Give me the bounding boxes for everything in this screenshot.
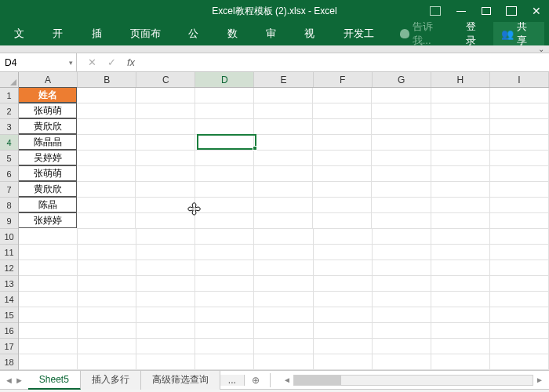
cell-E14[interactable] [254, 292, 313, 307]
cell-B15[interactable] [78, 307, 136, 323]
add-sheet-button[interactable]: ⊕ [245, 375, 267, 386]
cell-A6[interactable]: 张萌萌 [19, 165, 77, 181]
cell-C4[interactable] [136, 135, 195, 151]
cell-E16[interactable] [254, 323, 313, 339]
row-header-2[interactable]: 2 [0, 103, 18, 119]
cell-C2[interactable] [136, 103, 195, 119]
cell-C6[interactable] [136, 166, 195, 182]
cell-G14[interactable] [373, 292, 431, 307]
cell-H17[interactable] [431, 339, 490, 354]
cell-H2[interactable] [431, 103, 490, 119]
cell-B13[interactable] [78, 276, 136, 292]
col-header-G[interactable]: G [373, 72, 431, 87]
cell-B1[interactable] [77, 88, 136, 103]
cell-G18[interactable] [373, 354, 431, 370]
cell-H9[interactable] [431, 213, 490, 229]
cell-E11[interactable] [254, 245, 313, 260]
col-header-H[interactable]: H [431, 72, 490, 87]
cell-I18[interactable] [490, 354, 549, 370]
cell-E10[interactable] [254, 229, 313, 245]
col-header-I[interactable]: I [490, 72, 549, 87]
tab-view[interactable]: 视图 [295, 22, 333, 45]
row-header-9[interactable]: 9 [0, 213, 18, 229]
cell-A13[interactable] [19, 276, 78, 292]
cell-G9[interactable] [372, 213, 431, 229]
cell-I11[interactable] [490, 245, 549, 260]
cell-C5[interactable] [136, 151, 195, 166]
tab-page-layout[interactable]: 页面布局 [121, 22, 180, 45]
cell-H15[interactable] [431, 307, 490, 323]
cell-G5[interactable] [372, 151, 431, 166]
cell-B6[interactable] [77, 166, 136, 182]
cell-A15[interactable] [19, 307, 78, 323]
tab-nav-prev-icon[interactable]: ◄ [5, 376, 13, 385]
fx-icon[interactable]: fx [127, 56, 135, 68]
cell-F13[interactable] [314, 276, 373, 292]
tell-me[interactable]: 告诉我... [392, 20, 458, 48]
row-header-13[interactable]: 13 [0, 276, 18, 292]
cell-D5[interactable] [195, 151, 254, 166]
sheet-tab[interactable]: 插入多行 [81, 371, 141, 390]
cell-B8[interactable] [77, 198, 136, 213]
cell-E4[interactable] [254, 135, 313, 151]
cancel-icon[interactable]: ✕ [88, 56, 96, 68]
scroll-right-icon[interactable]: ► [533, 376, 546, 384]
cell-E18[interactable] [254, 354, 313, 370]
row-header-11[interactable]: 11 [0, 245, 18, 260]
tab-review[interactable]: 审阅 [256, 22, 295, 45]
cell-C15[interactable] [136, 307, 195, 323]
cell-H12[interactable] [431, 260, 490, 276]
cell-I16[interactable] [490, 323, 549, 339]
cell-A4[interactable]: 陈晶晶 [19, 134, 77, 150]
cell-I1[interactable] [490, 88, 549, 103]
cell-F12[interactable] [314, 260, 373, 276]
cell-B10[interactable] [78, 229, 136, 245]
cell-I3[interactable] [490, 119, 549, 135]
row-header-6[interactable]: 6 [0, 166, 18, 182]
cell-A9[interactable]: 张婷婷 [19, 212, 77, 228]
cell-D14[interactable] [195, 292, 254, 307]
cell-B12[interactable] [78, 260, 136, 276]
sheet-tab[interactable]: 高级筛选查询 [141, 371, 220, 390]
cell-G13[interactable] [373, 276, 431, 292]
cell-E9[interactable] [254, 213, 313, 229]
cell-F14[interactable] [314, 292, 373, 307]
tab-formulas[interactable]: 公式 [179, 22, 217, 45]
cell-H3[interactable] [431, 119, 490, 135]
cell-G6[interactable] [372, 166, 431, 182]
cell-B7[interactable] [77, 182, 136, 198]
cell-F5[interactable] [313, 151, 372, 166]
cell-B11[interactable] [78, 245, 136, 260]
tab-developer[interactable]: 开发工具 [334, 22, 393, 45]
cell-F4[interactable] [313, 135, 372, 151]
share-button[interactable]: 👥 共享 [493, 20, 544, 48]
tab-home[interactable]: 开始 [43, 22, 82, 45]
row-header-15[interactable]: 15 [0, 307, 18, 323]
row-header-10[interactable]: 10 [0, 229, 18, 245]
cell-D12[interactable] [195, 260, 254, 276]
cell-C8[interactable] [136, 198, 195, 213]
cell-I14[interactable] [490, 292, 549, 307]
cell-E17[interactable] [254, 339, 313, 354]
cell-D2[interactable] [195, 103, 254, 119]
row-header-17[interactable]: 17 [0, 339, 18, 354]
cell-H18[interactable] [431, 354, 490, 370]
row-header-16[interactable]: 16 [0, 323, 18, 339]
cell-A17[interactable] [19, 339, 78, 354]
tab-insert[interactable]: 插入 [82, 22, 121, 45]
cell-F16[interactable] [314, 323, 373, 339]
row-header-18[interactable]: 18 [0, 354, 18, 370]
name-box-dropdown-icon[interactable]: ▾ [69, 59, 73, 67]
cell-G16[interactable] [373, 323, 431, 339]
row-header-12[interactable]: 12 [0, 260, 18, 276]
cell-A1[interactable]: 姓名 [19, 87, 77, 103]
cell-A18[interactable] [19, 354, 78, 370]
cell-I7[interactable] [490, 182, 549, 198]
cell-D8[interactable] [195, 198, 254, 213]
cell-G10[interactable] [373, 229, 431, 245]
cell-B3[interactable] [77, 119, 136, 135]
cell-A11[interactable] [19, 245, 78, 260]
cell-H11[interactable] [431, 245, 490, 260]
maximize-button[interactable] [499, 0, 524, 22]
cell-B18[interactable] [78, 354, 136, 370]
